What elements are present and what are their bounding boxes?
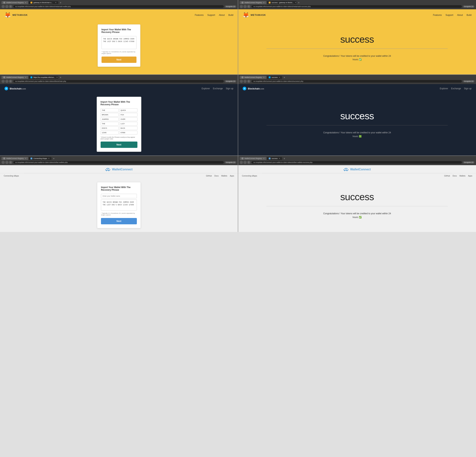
nav-link-signup-1[interactable]: Sign up xyxy=(226,87,233,90)
nav-link-features-1[interactable]: Features xyxy=(195,14,204,16)
word-input-4[interactable] xyxy=(119,113,137,117)
back-btn-1[interactable]: ← xyxy=(1,5,5,8)
tab-metamask-1[interactable]: gateway to blockchain apps ✕ xyxy=(29,1,58,4)
tab-close-1[interactable]: ✕ xyxy=(25,2,26,4)
word-input-5[interactable] xyxy=(101,117,119,121)
tab-close-3[interactable]: ✕ xyxy=(263,2,264,4)
nav-link-build-1[interactable]: Build xyxy=(228,14,233,16)
refresh-btn-4[interactable]: ↻ xyxy=(247,80,250,83)
nav-link-signup-2[interactable]: Sign up xyxy=(464,87,472,90)
refresh-btn-3[interactable]: ↻ xyxy=(9,80,12,83)
nav-link-support-2[interactable]: Support xyxy=(445,14,453,16)
word-input-7[interactable] xyxy=(101,122,119,126)
refresh-btn-1[interactable]: ↻ xyxy=(9,5,12,8)
nav-link-exchange-1[interactable]: Exchange xyxy=(213,87,223,90)
wc-github-2[interactable]: GitHub xyxy=(444,175,450,177)
refresh-btn-5[interactable]: ↻ xyxy=(9,161,12,164)
forward-btn-4[interactable]: → xyxy=(243,80,247,83)
address-bar-5[interactable]: su.nsupdate.info/connect-your-wallet-to-… xyxy=(13,161,224,164)
tab-walletconnect-registry-4[interactable]: WalletConnect Registry ✕ xyxy=(240,76,266,79)
new-tab-btn-2[interactable]: + xyxy=(297,1,301,4)
new-tab-btn-1[interactable]: + xyxy=(59,1,62,4)
wc-docs-1[interactable]: Docs xyxy=(214,175,219,177)
back-btn-5[interactable]: ← xyxy=(1,161,5,164)
tab-metamask-success[interactable]: success - gateway to blockc... ✕ xyxy=(267,1,297,4)
forward-btn-5[interactable]: → xyxy=(5,161,8,164)
new-tab-btn-3[interactable]: + xyxy=(59,76,62,79)
nav-link-explorer-1[interactable]: Explorer xyxy=(202,87,210,90)
forward-btn-6[interactable]: → xyxy=(243,161,247,164)
new-tab-btn-6[interactable]: + xyxy=(282,157,286,160)
wc-wallets-2[interactable]: Wallets xyxy=(459,175,465,177)
tab-close-12[interactable]: ✕ xyxy=(279,157,280,159)
wallet-name-input[interactable] xyxy=(101,194,137,198)
tab-close-10[interactable]: ✕ xyxy=(48,157,50,159)
tab-close-6[interactable]: ✕ xyxy=(56,77,58,78)
nav-link-features-2[interactable]: Features xyxy=(433,14,442,16)
tab-blockchain-success[interactable]: success ✕ xyxy=(267,76,282,79)
tab-close-2[interactable]: ✕ xyxy=(55,2,57,4)
back-btn-3[interactable]: ← xyxy=(1,80,5,83)
tab-close-5[interactable]: ✕ xyxy=(25,77,26,78)
tab-walletconnect-registry-3[interactable]: WalletConnect Registry ✕ xyxy=(1,76,28,79)
next-btn-1[interactable]: Next xyxy=(102,57,136,63)
word-input-10[interactable] xyxy=(119,126,137,130)
next-btn-3[interactable]: Next xyxy=(101,218,137,224)
wc-sub-nav-2: Connecting dApps GitHub Docs Wallets App… xyxy=(238,173,476,178)
address-bar-1[interactable]: su.nsupdate.info/connect-your-wallet-to-… xyxy=(13,5,224,8)
word-input-2[interactable] xyxy=(119,108,137,112)
nav-link-build-2[interactable]: Build xyxy=(467,14,472,16)
tab-walletconnect-registry-6[interactable]: WalletConnect Registry ✕ xyxy=(240,157,266,160)
tab-close-4[interactable]: ✕ xyxy=(295,2,296,4)
word-input-3[interactable] xyxy=(101,113,119,117)
phrase-textarea-2[interactable]: THE QUICK BROWN FOX JUMPED OVER THE LAZY… xyxy=(101,199,137,211)
metamask-nav-1: 🦊 METAMASK Features Support About Build xyxy=(0,9,238,21)
back-btn-6[interactable]: ← xyxy=(240,161,243,164)
address-text-2: su.nsupdate.info/connect-your-wallet-to-… xyxy=(254,6,311,8)
refresh-btn-6[interactable]: ↻ xyxy=(247,161,250,164)
word-input-11[interactable] xyxy=(101,131,119,135)
word-input-12[interactable] xyxy=(119,131,137,135)
word-input-1[interactable] xyxy=(101,108,119,112)
wc-github-1[interactable]: GitHub xyxy=(206,175,212,177)
nav-link-about-1[interactable]: About xyxy=(219,14,225,16)
browser-chrome-4: WalletConnect Registry ✕ success ✕ + ← →… xyxy=(238,75,476,84)
tab-walletconnect-form[interactable]: Connecting dApps ✕ xyxy=(29,157,52,160)
tab-walletconnect-registry-5[interactable]: WalletConnect Registry ✕ xyxy=(1,157,28,160)
new-tab-btn-5[interactable]: + xyxy=(52,157,56,160)
nav-link-explorer-2[interactable]: Explorer xyxy=(440,87,448,90)
wc-apps-1[interactable]: Apps xyxy=(230,175,234,177)
forward-btn-2[interactable]: → xyxy=(243,5,247,8)
wc-docs-2[interactable]: Docs xyxy=(453,175,457,177)
address-bar-3[interactable]: su.nsupdate.info/connect-your-wallet-to-… xyxy=(13,80,224,83)
word-input-6[interactable] xyxy=(119,117,137,121)
tab-blockchain-1[interactable]: https://su.nsupdate.info/con... ✕ xyxy=(29,76,58,79)
tab-walletconnect-registry-2[interactable]: WalletConnect Registry ✕ xyxy=(240,1,266,4)
back-btn-4[interactable]: ← xyxy=(240,80,243,83)
phrase-textarea-1[interactable]: THE QUICK BROWN FOX JUMPED OVER THE LAZY… xyxy=(102,36,136,49)
forward-btn-1[interactable]: → xyxy=(5,5,8,8)
tab-walletconnect-registry-1[interactable]: WalletConnect Registry ✕ xyxy=(1,1,28,4)
address-bar-2[interactable]: su.nsupdate.info/connect-your-wallet-to-… xyxy=(252,5,462,8)
tab-walletconnect-success[interactable]: success ✕ xyxy=(267,157,282,160)
address-bar-6[interactable]: su.nsupdate.info/connect-your-wallet-to-… xyxy=(252,161,462,164)
nav-link-about-2[interactable]: About xyxy=(457,14,463,16)
back-btn-2[interactable]: ← xyxy=(240,5,243,8)
nav-link-support-1[interactable]: Support xyxy=(207,14,215,16)
walletconnect-logo-1: WalletConnect xyxy=(105,168,133,171)
tab-close-8[interactable]: ✕ xyxy=(279,77,280,78)
address-bar-4[interactable]: su.nsupdate.info/connect-your-wallet-to-… xyxy=(252,80,462,83)
wc-apps-2[interactable]: Apps xyxy=(468,175,472,177)
tab-close-11[interactable]: ✕ xyxy=(263,157,264,159)
word-input-9[interactable] xyxy=(101,126,119,130)
word-input-8[interactable] xyxy=(119,122,137,126)
new-tab-btn-4[interactable]: + xyxy=(282,76,286,79)
browser-toolbar-6: ← → ↻ su.nsupdate.info/connect-your-wall… xyxy=(240,161,475,164)
refresh-btn-2[interactable]: ↻ xyxy=(247,5,250,8)
nav-link-exchange-2[interactable]: Exchange xyxy=(451,87,461,90)
wc-wallets-1[interactable]: Wallets xyxy=(221,175,227,177)
tab-close-9[interactable]: ✕ xyxy=(25,157,26,159)
tab-close-7[interactable]: ✕ xyxy=(263,77,264,78)
forward-btn-3[interactable]: → xyxy=(5,80,8,83)
next-btn-2[interactable]: Next xyxy=(101,142,137,148)
